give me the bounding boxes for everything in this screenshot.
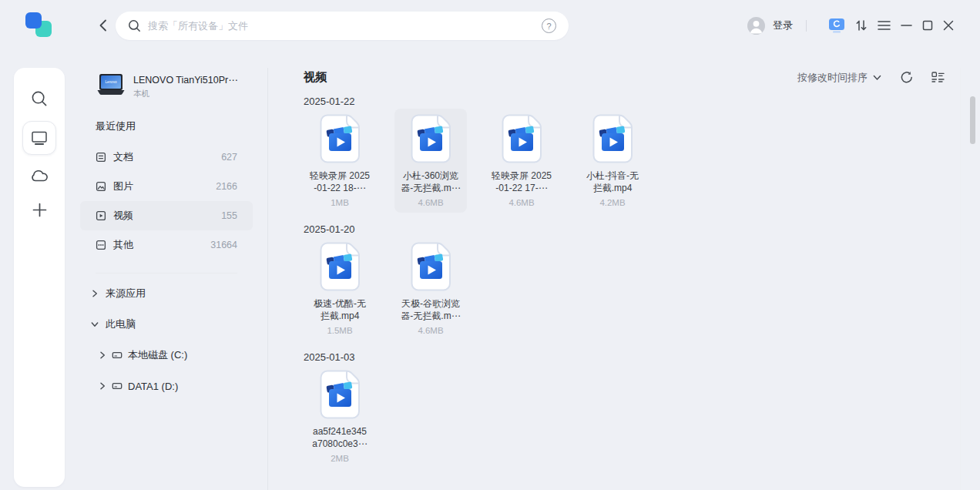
search-icon (30, 89, 49, 108)
nav-item-count: 155 (221, 210, 237, 221)
help-icon[interactable]: ? (542, 18, 556, 33)
file-name: 小杜-抖音-无 拦截.mp4 (576, 170, 649, 194)
video-file-icon (319, 114, 361, 163)
chevron-right-icon (90, 289, 99, 298)
file-tile[interactable]: 轻映录屏 2025 -01-22 17-⋯ 4.6MB (485, 109, 558, 213)
video-icon (96, 210, 106, 221)
device-nav-panel: Lenovo LENOVO TianYi510Pr⋯ 本机 最近使用 文档 62… (80, 68, 253, 401)
file-size: 1MB (304, 198, 376, 207)
chevron-right-icon (98, 351, 107, 360)
file-tile[interactable]: 小杜-360浏览 器-无拦截.m⋯ 4.6MB (394, 109, 467, 213)
disk-drive-icon (112, 381, 123, 391)
device-manager-icon[interactable] (828, 18, 845, 34)
app-window: ? 登录 (0, 0, 980, 490)
document-icon (96, 152, 106, 163)
sort-dropdown[interactable]: 按修改时间排序 (797, 71, 881, 85)
group-date: 2025-01-03 (304, 351, 945, 364)
file-name: 天极-谷歌浏览 器-无拦截.m⋯ (394, 298, 467, 322)
nav-item-count: 2166 (216, 181, 237, 192)
title-bar: ? 登录 (0, 0, 980, 51)
file-tile[interactable]: aa5f241e345 a7080c0e3⋯ 2MB (304, 364, 376, 468)
refresh-icon[interactable] (900, 71, 913, 84)
tree-item-this-pc[interactable]: 此电脑 (80, 309, 253, 340)
nav-item-others[interactable]: 其他 31664 (80, 230, 253, 260)
nav-item-count: 627 (221, 152, 237, 163)
file-group: 2025-01-20 极速-优酷-无 拦截.mp4 1.5MB 天极-谷歌浏览 … (304, 223, 945, 341)
nav-item-label: 图片 (113, 180, 133, 193)
chevron-down-icon (873, 75, 881, 81)
view-toggle-icon[interactable] (931, 72, 945, 83)
computer-icon (31, 130, 48, 146)
device-name: LENOVO TianYi510Pr⋯ (133, 74, 238, 86)
image-icon (96, 181, 106, 192)
menu-icon[interactable] (878, 20, 891, 31)
laptop-thumbnail: Lenovo (97, 73, 125, 97)
page-title: 视频 (304, 70, 327, 85)
divider (806, 20, 807, 32)
file-name: 小杜-360浏览 器-无拦截.m⋯ (394, 170, 467, 194)
file-name: aa5f241e345 a7080c0e3⋯ (304, 426, 376, 450)
rail-computer-button[interactable] (22, 121, 56, 155)
file-tile[interactable]: 天极-谷歌浏览 器-无拦截.m⋯ 4.6MB (394, 237, 467, 341)
cloud-icon (30, 167, 49, 183)
svg-text:Lenovo: Lenovo (105, 80, 117, 84)
nav-item-videos[interactable]: 视频 155 (80, 201, 253, 230)
file-name: 极速-优酷-无 拦截.mp4 (304, 298, 376, 322)
device-entry[interactable]: Lenovo LENOVO TianYi510Pr⋯ 本机 (97, 73, 253, 99)
sidebar-rail (14, 68, 65, 487)
tree-item-drive-d[interactable]: DATA1 (D:) (80, 371, 253, 401)
video-file-icon (592, 114, 633, 163)
login-button[interactable]: 登录 (773, 18, 793, 32)
nav-item-label: 视频 (113, 209, 133, 223)
tree-item-drive-c[interactable]: 本地磁盘 (C:) (80, 340, 253, 371)
nav-item-pictures[interactable]: 图片 2166 (80, 172, 253, 201)
file-size: 4.6MB (394, 198, 467, 207)
search-bar: ? (116, 12, 569, 40)
others-icon (96, 240, 106, 250)
divider (96, 273, 237, 274)
device-type: 本机 (133, 89, 238, 99)
chevron-right-icon (98, 381, 107, 391)
search-input[interactable] (148, 20, 542, 32)
file-tile[interactable]: 小杜-抖音-无 拦截.mp4 4.2MB (576, 109, 649, 213)
nav-item-label: 其他 (113, 238, 133, 252)
nav-item-documents[interactable]: 文档 627 (80, 143, 253, 172)
disk-drive-icon (112, 350, 123, 361)
maximize-icon[interactable] (922, 20, 933, 31)
file-size: 4.6MB (485, 198, 558, 207)
minimize-icon[interactable] (901, 20, 912, 31)
file-name: 轻映录屏 2025 -01-22 18-⋯ (304, 170, 376, 194)
nav-item-label: 文档 (113, 150, 133, 164)
file-size: 1.5MB (304, 326, 376, 335)
rail-search-button[interactable] (30, 89, 49, 108)
file-group: 2025-01-03 aa5f241e345 a7080c0e3⋯ 2MB (304, 351, 945, 468)
group-date: 2025-01-20 (304, 223, 945, 236)
close-icon[interactable] (943, 20, 954, 31)
video-file-icon (410, 242, 451, 291)
chevron-down-icon (90, 320, 99, 329)
plus-icon (32, 203, 47, 217)
file-size: 4.6MB (394, 326, 467, 335)
file-group: 2025-01-22 轻映录屏 2025 -01-22 18-⋯ 1MB 小杜-… (304, 96, 945, 213)
location-tree: 来源应用 此电脑 本地磁盘 (C:) DATA1 (D (80, 278, 253, 401)
back-button[interactable] (97, 18, 111, 32)
video-file-icon (319, 370, 361, 419)
search-icon (128, 19, 141, 32)
video-file-icon (319, 242, 361, 291)
video-file-icon (501, 114, 542, 163)
file-size: 4.2MB (576, 198, 649, 207)
app-logo-icon (25, 12, 53, 39)
tree-item-source-apps[interactable]: 来源应用 (80, 278, 253, 309)
file-tile[interactable]: 轻映录屏 2025 -01-22 18-⋯ 1MB (304, 109, 376, 213)
rail-add-button[interactable] (32, 203, 47, 217)
nav-item-count: 31664 (210, 240, 237, 250)
section-title-recent: 最近使用 (96, 119, 253, 133)
file-tile[interactable]: 极速-优酷-无 拦截.mp4 1.5MB (304, 237, 376, 341)
rail-cloud-button[interactable] (30, 167, 49, 183)
group-date: 2025-01-22 (304, 96, 945, 108)
category-list: 文档 627 图片 2166 视频 155 (80, 143, 253, 260)
scrollbar-thumb[interactable] (970, 96, 975, 144)
avatar[interactable] (747, 17, 765, 35)
transfer-list-icon[interactable] (855, 18, 868, 32)
titlebar-actions: 登录 (747, 0, 954, 51)
